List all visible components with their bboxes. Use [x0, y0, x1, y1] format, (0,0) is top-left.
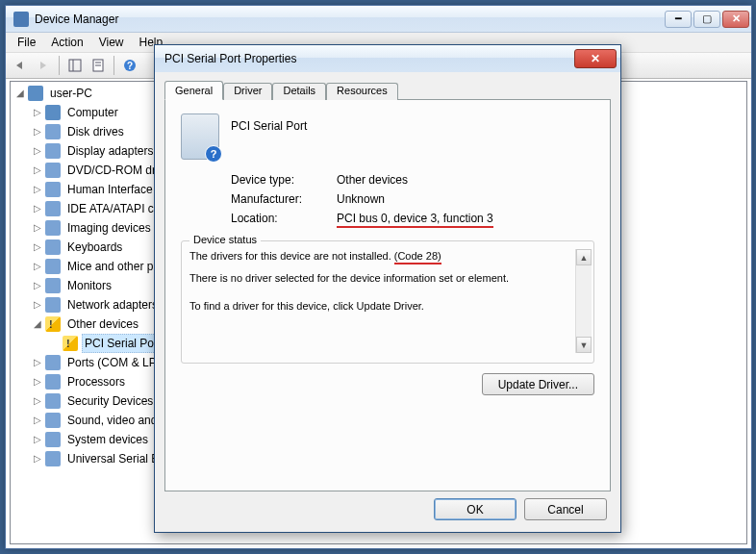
tree-node-label: Security Devices: [64, 391, 156, 411]
device-category-icon: [45, 163, 61, 178]
dialog-close-button[interactable]: ✕: [574, 49, 617, 68]
tree-node-label: Computer: [64, 103, 121, 122]
expand-icon[interactable]: ▷: [32, 395, 43, 407]
error-code: (Code 28): [394, 250, 441, 264]
tree-node-label: Display adapters: [64, 141, 156, 161]
expand-icon[interactable]: ▷: [32, 299, 43, 311]
device-category-icon: [45, 124, 61, 139]
tree-node-label: Network adapters: [64, 295, 161, 315]
warning-icon: [63, 336, 78, 351]
tree-node-label: Keyboards: [64, 238, 125, 257]
expand-icon[interactable]: ▷: [32, 434, 43, 445]
device-category-icon: [45, 105, 61, 120]
expand-icon[interactable]: ▷: [32, 184, 43, 195]
expand-icon[interactable]: ▷: [32, 357, 43, 368]
menu-action[interactable]: Action: [43, 34, 90, 51]
computer-icon: [28, 86, 43, 101]
device-name: PCI Serial Port: [231, 113, 307, 133]
collapse-icon[interactable]: ◢: [32, 318, 43, 330]
tabstrip: General Driver Details Resources: [164, 81, 611, 100]
cancel-button[interactable]: Cancel: [524, 498, 607, 520]
back-button[interactable]: [10, 55, 31, 76]
tab-details[interactable]: Details: [272, 83, 326, 100]
manufacturer-label: Manufacturer:: [231, 192, 337, 206]
expand-icon[interactable]: ▷: [32, 280, 43, 291]
device-type-value: Other devices: [337, 173, 408, 187]
device-category-icon: [45, 374, 61, 390]
device-large-icon: [181, 113, 219, 160]
device-category-icon: [45, 432, 61, 447]
help-button[interactable]: ?: [119, 55, 140, 76]
device-category-icon: [45, 393, 61, 409]
minimize-button[interactable]: ━: [665, 11, 692, 28]
update-driver-button[interactable]: Update Driver...: [482, 373, 594, 395]
tree-node-label: PCI Serial Port: [82, 334, 164, 353]
device-category-icon: [45, 278, 61, 293]
expand-icon[interactable]: ▷: [32, 145, 43, 157]
expand-icon[interactable]: ▷: [32, 126, 43, 138]
main-title: Device Manager: [35, 13, 665, 26]
collapse-icon[interactable]: ◢: [14, 88, 26, 99]
expand-icon[interactable]: ▷: [32, 453, 43, 465]
device-category-icon: [45, 182, 61, 197]
location-value: PCI bus 0, device 3, function 3: [337, 212, 493, 228]
properties-button[interactable]: [88, 55, 109, 76]
tree-node-label: Disk drives: [64, 122, 127, 141]
menu-file[interactable]: File: [10, 34, 43, 51]
device-category-icon: [45, 201, 61, 216]
expand-icon[interactable]: ▷: [32, 107, 43, 118]
app-icon: [13, 12, 29, 27]
menu-view[interactable]: View: [91, 34, 132, 51]
device-category-icon: [45, 259, 61, 274]
expand-icon[interactable]: ▷: [32, 164, 43, 176]
forward-button[interactable]: [33, 55, 54, 76]
ok-button[interactable]: OK: [434, 498, 517, 520]
expand-icon[interactable]: ▷: [32, 261, 43, 272]
expand-icon[interactable]: ▷: [32, 376, 43, 388]
tree-node-label: System devices: [64, 430, 151, 449]
device-category-icon: [45, 143, 61, 159]
tab-driver[interactable]: Driver: [223, 83, 272, 100]
expand-icon[interactable]: ▷: [32, 241, 43, 253]
expand-icon[interactable]: ▷: [32, 203, 43, 214]
status-scrollbar[interactable]: ▲ ▼: [575, 249, 592, 353]
tree-node-label: Processors: [64, 372, 128, 391]
location-label: Location:: [231, 212, 337, 225]
manufacturer-value: Unknown: [337, 192, 385, 206]
dialog-titlebar[interactable]: PCI Serial Port Properties ✕: [155, 45, 620, 72]
scroll-up-icon[interactable]: ▲: [576, 249, 592, 265]
device-status-text: The drivers for this device are not inst…: [189, 249, 575, 353]
tree-node-label: Monitors: [64, 276, 114, 295]
maximize-button[interactable]: ▢: [693, 11, 720, 28]
tab-panel-general: PCI Serial Port Device type: Other devic…: [164, 99, 611, 491]
properties-dialog: PCI Serial Port Properties ✕ General Dri…: [154, 44, 621, 533]
tab-general[interactable]: General: [164, 81, 223, 100]
expand-icon[interactable]: ▷: [32, 415, 43, 426]
warning-icon: [45, 316, 61, 332]
device-category-icon: [45, 355, 61, 370]
tab-resources[interactable]: Resources: [326, 83, 398, 100]
expand-icon[interactable]: ▷: [32, 222, 43, 234]
device-category-icon: [45, 297, 61, 313]
device-status-group: Device status The drivers for this devic…: [181, 240, 594, 364]
device-category-icon: [45, 451, 61, 466]
show-hide-tree-button[interactable]: [64, 55, 86, 76]
device-status-legend: Device status: [189, 234, 261, 245]
tree-node-label: Other devices: [64, 315, 141, 334]
svg-rect-0: [69, 60, 81, 71]
device-category-icon: [45, 239, 61, 255]
close-button[interactable]: ✕: [722, 11, 749, 28]
device-category-icon: [45, 220, 61, 236]
dialog-title: PCI Serial Port Properties: [164, 52, 574, 65]
scroll-down-icon[interactable]: ▼: [576, 337, 592, 353]
svg-text:?: ?: [127, 61, 133, 71]
tree-node-label: Imaging devices: [64, 218, 154, 238]
device-type-label: Device type:: [231, 173, 337, 187]
main-titlebar[interactable]: Device Manager ━ ▢ ✕: [6, 6, 751, 33]
device-category-icon: [45, 413, 61, 428]
